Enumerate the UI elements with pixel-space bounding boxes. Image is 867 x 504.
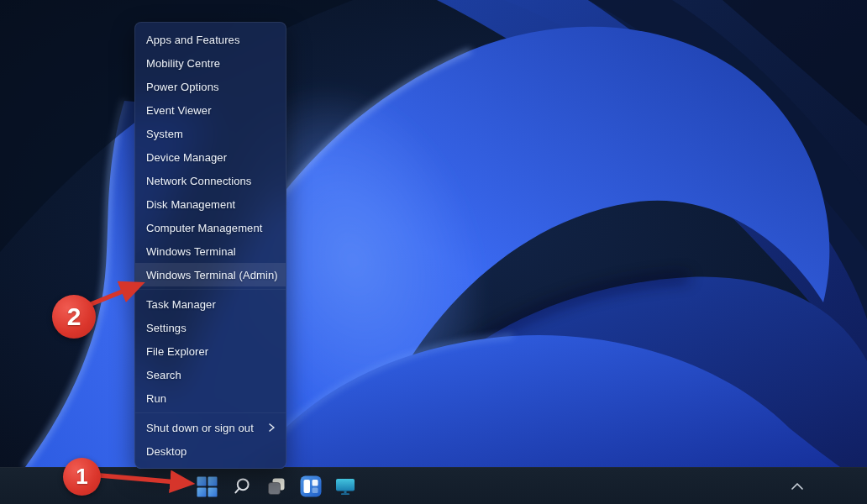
search-icon [232,476,252,496]
menu-item-power-options[interactable]: Power Options [135,75,286,98]
menu-separator [135,412,286,413]
menu-item-task-manager[interactable]: Task Manager [135,292,286,316]
menu-item-windows-terminal-admin[interactable]: Windows Terminal (Admin) [135,263,286,286]
menu-item-event-viewer[interactable]: Event Viewer [135,98,286,122]
start-button[interactable] [193,473,221,501]
desktop-screen: Apps and Features Mobility Centre Power … [0,0,867,504]
menu-item-label: Event Viewer [146,104,212,117]
task-view-icon [266,476,286,496]
menu-item-system[interactable]: System [135,122,286,145]
display-app-button[interactable] [331,473,359,501]
taskbar [0,467,867,504]
search-button[interactable] [228,473,255,501]
menu-item-label: Run [146,392,166,405]
menu-item-disk-management[interactable]: Disk Management [135,192,286,216]
menu-item-file-explorer[interactable]: File Explorer [135,339,286,363]
show-hidden-icons-button[interactable] [790,479,805,494]
menu-item-desktop[interactable]: Desktop [135,439,286,463]
menu-item-label: Power Options [146,81,219,93]
menu-item-run[interactable]: Run [135,386,286,410]
menu-item-label: Computer Management [146,222,262,234]
task-view-button[interactable] [262,473,290,501]
menu-item-label: Apps and Features [146,34,240,46]
menu-item-label: Windows Terminal [146,245,236,258]
quick-link-menu: Apps and Features Mobility Centre Power … [134,22,286,469]
chevron-right-icon [266,422,276,433]
menu-item-label: Network Connections [146,175,251,187]
menu-item-apps-and-features[interactable]: Apps and Features [135,28,286,51]
menu-item-label: Device Manager [146,151,227,164]
menu-item-device-manager[interactable]: Device Manager [135,145,286,169]
monitor-icon [334,475,356,497]
windows-logo-icon [197,476,218,497]
menu-item-label: System [146,128,183,140]
menu-item-label: Search [146,369,181,381]
menu-item-label: Shut down or sign out [146,422,254,434]
menu-separator [135,289,286,290]
taskbar-icons [193,468,359,504]
menu-item-network-connections[interactable]: Network Connections [135,169,286,192]
desktop-wallpaper [0,0,867,467]
menu-item-label: Windows Terminal (Admin) [146,269,278,281]
menu-item-shut-down-or-sign-out[interactable]: Shut down or sign out [135,416,286,439]
menu-item-mobility-centre[interactable]: Mobility Centre [135,51,286,75]
menu-item-settings[interactable]: Settings [135,316,286,339]
menu-item-label: Settings [146,322,187,334]
menu-item-windows-terminal[interactable]: Windows Terminal [135,239,286,263]
menu-item-label: Disk Management [146,198,235,211]
widgets-button[interactable] [297,473,324,501]
menu-item-computer-management[interactable]: Computer Management [135,216,286,239]
menu-item-label: Mobility Centre [146,57,220,70]
chevron-up-icon [791,482,804,491]
menu-item-label: File Explorer [146,345,208,358]
menu-item-label: Task Manager [146,298,216,311]
menu-item-search[interactable]: Search [135,363,286,386]
menu-item-label: Desktop [146,445,187,458]
widgets-icon [300,475,322,497]
